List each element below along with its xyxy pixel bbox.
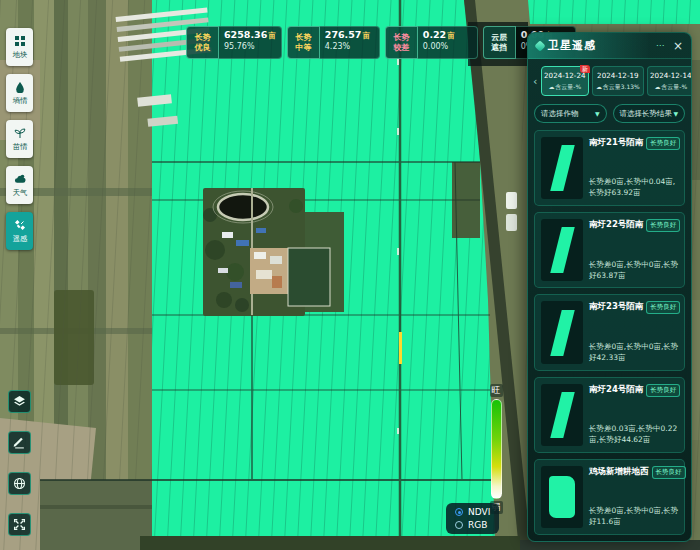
plot-detail: 长势差0亩,长势中0亩,长势好42.33亩 [589,342,680,364]
plot-card[interactable]: 南圩21号陌南 长势良好 长势差0亩,长势中0.04亩,长势好63.92亩 [534,130,685,206]
stat-value: 276.57亩 4.23% [320,26,380,59]
plot-thumbnail [541,384,583,446]
close-icon[interactable]: × [673,40,683,52]
sidebar-item-remote-sensing[interactable]: 遥感 [6,212,33,250]
growth-result-select[interactable]: 请选择长势结果 ▼ [613,104,686,123]
plot-card[interactable]: 南圩24号陌南 长势良好 长势差0.03亩,长势中0.22亩,长势好44.62亩 [534,377,685,453]
plot-shape [549,476,575,518]
sidebar-item-label: 遥感 [12,233,26,243]
farm-monitor-app: 地块 墒情 苗情 天气 遥感 [0,0,700,550]
plot-card[interactable]: 鸡场新增耕地西 长势良好 长势差0亩,长势中0亩,长势好11.6亩 [534,459,685,535]
status-badge: 长势良好 [646,301,680,314]
chevron-left-icon[interactable]: ‹ [532,75,538,88]
stat-value: 0.22亩 0.00% [418,26,478,59]
sidebar-item-weather[interactable]: 天气 [6,166,33,204]
plot-thumbnail [541,137,583,199]
plot-card[interactable]: 南圩23号陌南 长势良好 长势差0亩,长势中0亩,长势好42.33亩 [534,294,685,370]
ndvi-legend: 旺 弱 [486,384,506,514]
plot-shape [550,310,574,356]
map-tool-measure[interactable] [8,431,31,454]
plot-thumbnail [541,301,583,363]
plot-detail: 长势差0.03亩,长势中0.22亩,长势好44.62亩 [589,424,680,446]
crop-select[interactable]: 请选择作物 ▼ [534,104,607,123]
stat-value: 6258.36亩 95.76% [219,26,282,59]
sidebar-item-label: 地块 [12,49,26,59]
plot-thumbnail [541,466,583,528]
map-tool-globe[interactable] [8,472,31,495]
stat-poor: 长势 较差 0.22亩 0.00% [385,26,478,59]
plot-detail: 长势差0亩,长势中0.04亩,长势好63.92亩 [589,177,680,199]
plot-name: 南圩21号陌南 [589,137,643,149]
map-tool-layers[interactable] [8,390,31,413]
panel-title: 卫星遥感 [548,38,596,53]
stat-medium: 长势 中等 276.57亩 4.23% [287,26,380,59]
grid-icon [14,35,26,47]
plot-shape [550,392,574,438]
plot-shape [550,145,574,191]
filters: 请选择作物 ▼ 请选择长势结果 ▼ [528,100,691,130]
stat-badge: 长势 较差 [385,26,418,59]
sidebar-item-soil-moisture[interactable]: 墒情 [6,74,33,112]
chevron-down-icon: ▼ [595,110,600,117]
sidebar-item-label: 墒情 [12,95,26,105]
plot-shape [550,227,574,273]
stat-badge: 长势 中等 [287,26,320,59]
rgb-option[interactable]: RGB [455,520,490,530]
droplet-icon [14,81,26,93]
stat-badge: 云层 遮挡 [483,26,516,59]
plot-detail: 长势差0亩,长势中0亩,长势好11.6亩 [589,506,686,528]
ndvi-option[interactable]: NDVI [455,507,490,517]
status-badge: 长势良好 [646,219,680,232]
fullscreen-icon [13,518,26,531]
radio-selected-icon [455,508,463,516]
cloud-icon: ☁ [549,83,555,91]
growth-stats: 长势 优良 6258.36亩 95.76% 长势 中等 276.57亩 4.23… [186,26,576,59]
plot-detail: 长势差0亩,长势中0亩,长势好63.87亩 [589,260,680,282]
diamond-icon [534,40,545,51]
satellite-panel: 卫星遥感 ⋯ × ‹ 新 2024-12-24 ☁含云量-% 2024-12-1… [527,32,692,542]
sidebar: 地块 墒情 苗情 天气 遥感 [6,28,33,250]
cloud-icon: ☁ [654,83,660,91]
header-dots-icon: ⋯ [656,41,664,50]
sidebar-item-plots[interactable]: 地块 [6,28,33,66]
satellite-icon [14,219,26,231]
chevron-down-icon: ▼ [673,110,678,117]
status-badge: 长势良好 [646,384,680,397]
sidebar-item-label: 苗情 [12,141,26,151]
layers-icon [13,395,26,408]
cloud-icon: ☁ [596,83,602,91]
date-selector: ‹ 新 2024-12-24 ☁含云量-% 2024-12-19 ☁含云量3.1… [528,59,691,100]
legend-top-label: 旺 [490,384,503,397]
stat-badge: 长势 优良 [186,26,219,59]
plot-name: 南圩24号陌南 [589,384,643,396]
radio-icon [455,521,463,529]
sidebar-item-seedling[interactable]: 苗情 [6,120,33,158]
plot-thumbnail [541,219,583,281]
plot-card[interactable]: 南圩22号陌南 长势良好 长势差0亩,长势中0亩,长势好63.87亩 [534,212,685,288]
layer-toggle: NDVI RGB [446,503,499,534]
map-tools [8,390,31,536]
pencil-icon [13,436,26,449]
panel-header: 卫星遥感 ⋯ × [528,33,691,59]
globe-icon [13,477,26,490]
plot-name: 鸡场新增耕地西 [589,466,649,478]
date-card-1[interactable]: 新 2024-12-24 ☁含云量-% [541,66,589,96]
plot-list: 南圩21号陌南 长势良好 长势差0亩,长势中0.04亩,长势好63.92亩 南圩… [528,130,691,541]
plot-name: 南圩23号陌南 [589,301,643,313]
plot-name: 南圩22号陌南 [589,219,643,231]
stat-excellent: 长势 优良 6258.36亩 95.76% [186,26,282,59]
status-badge: 长势良好 [652,466,686,479]
sprout-icon [14,127,26,139]
status-badge: 长势良好 [646,137,680,150]
weather-icon [14,173,26,185]
map-tool-fullscreen[interactable] [8,513,31,536]
date-card-2[interactable]: 2024-12-19 ☁含云量3.13% [592,66,644,96]
date-card-3[interactable]: 2024-12-14 ☁含云量-% [647,66,692,96]
sidebar-item-label: 天气 [12,187,26,197]
legend-gradient-bar [491,399,502,499]
